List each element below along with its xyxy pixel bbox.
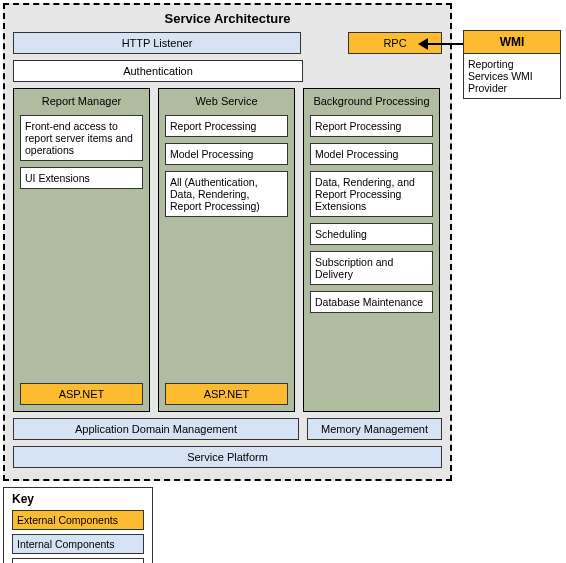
- feature-item: Data, Rendering, and Report Processing E…: [310, 171, 433, 217]
- service-architecture-container: Service Architecture HTTP Listener RPC A…: [3, 3, 452, 481]
- feature-item: Front-end access to report server items …: [20, 115, 143, 161]
- background-processing-title: Background Processing: [310, 95, 433, 107]
- aspnet-box: ASP.NET: [20, 383, 143, 405]
- feature-item: Scheduling: [310, 223, 433, 245]
- wmi-box: WMI Reporting Services WMI Provider: [463, 30, 561, 99]
- authentication-box: Authentication: [13, 60, 303, 82]
- report-manager-column: Report Manager Front-end access to repor…: [13, 88, 150, 412]
- web-service-title: Web Service: [165, 95, 288, 107]
- feature-item: All (Authentication, Data, Rendering, Re…: [165, 171, 288, 217]
- legend-feature: Feature Components: [12, 558, 144, 563]
- wmi-body: Reporting Services WMI Provider: [463, 54, 561, 99]
- legend-internal: Internal Components: [12, 534, 144, 554]
- app-domain-box: Application Domain Management: [13, 418, 299, 440]
- background-processing-column: Background Processing Report Processing …: [303, 88, 440, 412]
- feature-item: Database Maintenance: [310, 291, 433, 313]
- feature-item: Subscription and Delivery: [310, 251, 433, 285]
- feature-item: UI Extensions: [20, 167, 143, 189]
- wmi-to-rpc-arrow: [418, 38, 463, 50]
- spacer: [309, 32, 340, 54]
- feature-item: Report Processing: [310, 115, 433, 137]
- report-manager-title: Report Manager: [20, 95, 143, 107]
- diagram-title: Service Architecture: [13, 11, 442, 26]
- feature-item: Report Processing: [165, 115, 288, 137]
- memory-management-box: Memory Management: [307, 418, 442, 440]
- feature-item: Model Processing: [310, 143, 433, 165]
- legend-title: Key: [12, 492, 144, 506]
- legend-external: External Components: [12, 510, 144, 530]
- service-platform-box: Service Platform: [13, 446, 442, 468]
- legend: Key External Components Internal Compone…: [3, 487, 153, 563]
- feature-item: Model Processing: [165, 143, 288, 165]
- arrow-line: [426, 43, 463, 45]
- web-service-column: Web Service Report Processing Model Proc…: [158, 88, 295, 412]
- http-listener-box: HTTP Listener: [13, 32, 301, 54]
- wmi-header: WMI: [463, 30, 561, 54]
- aspnet-box: ASP.NET: [165, 383, 288, 405]
